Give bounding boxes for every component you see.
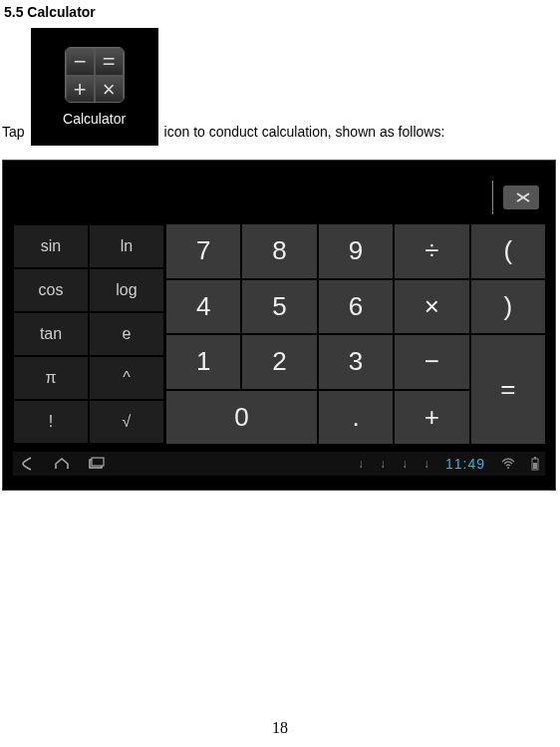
key-4[interactable]: 4 bbox=[166, 280, 240, 334]
key-cos[interactable]: cos bbox=[13, 268, 89, 312]
key-factorial[interactable]: ! bbox=[13, 400, 89, 444]
key-power[interactable]: ^ bbox=[89, 356, 164, 400]
key-sqrt[interactable]: √ bbox=[89, 400, 164, 444]
svg-rect-5 bbox=[533, 463, 537, 469]
key-left-paren[interactable]: ( bbox=[471, 224, 545, 278]
system-bar-left bbox=[19, 456, 105, 472]
key-log[interactable]: log bbox=[89, 268, 164, 312]
download-icon: ↓ bbox=[358, 457, 364, 471]
intro-text-before: Tap bbox=[2, 124, 25, 140]
key-0[interactable]: 0 bbox=[166, 391, 317, 445]
battery-icon bbox=[531, 457, 539, 471]
calculator-icon-grid: − = + × bbox=[65, 47, 125, 103]
key-8[interactable]: 8 bbox=[242, 224, 316, 278]
svg-point-2 bbox=[507, 467, 509, 469]
keypad: sin ln cos log tan e π ^ ! √ 7 8 9 ÷ ( 4… bbox=[13, 224, 545, 444]
key-5[interactable]: 5 bbox=[242, 280, 316, 334]
page-number: 18 bbox=[0, 719, 560, 737]
key-add[interactable]: + bbox=[395, 391, 468, 445]
back-icon[interactable] bbox=[19, 456, 37, 472]
key-1[interactable]: 1 bbox=[166, 335, 240, 389]
backspace-button[interactable] bbox=[503, 186, 539, 209]
key-right-paren[interactable]: ) bbox=[471, 280, 545, 334]
calc-icon-times: × bbox=[95, 76, 124, 103]
key-equals[interactable]: = bbox=[471, 335, 545, 444]
calc-icon-equals: = bbox=[95, 48, 124, 76]
key-tan[interactable]: tan bbox=[13, 312, 89, 356]
scientific-panel: sin ln cos log tan e π ^ ! √ bbox=[13, 224, 164, 444]
download-icon: ↓ bbox=[423, 457, 429, 471]
key-3[interactable]: 3 bbox=[319, 335, 393, 389]
key-2[interactable]: 2 bbox=[242, 335, 316, 389]
svg-rect-1 bbox=[92, 458, 104, 466]
key-e[interactable]: e bbox=[89, 312, 164, 356]
calc-icon-plus: + bbox=[66, 76, 95, 103]
svg-rect-4 bbox=[534, 457, 536, 459]
calc-icon-minus: − bbox=[66, 48, 95, 76]
calculator-icon-label: Calculator bbox=[63, 111, 126, 127]
numeric-panel: 7 8 9 ÷ ( 4 5 6 × ) 1 2 3 − = 0 . + bbox=[166, 224, 545, 444]
key-multiply[interactable]: × bbox=[395, 280, 468, 334]
key-subtract[interactable]: − bbox=[395, 335, 468, 389]
key-ln[interactable]: ln bbox=[89, 224, 164, 268]
download-icon: ↓ bbox=[380, 457, 386, 471]
key-7[interactable]: 7 bbox=[166, 224, 240, 278]
key-sin[interactable]: sin bbox=[13, 224, 89, 268]
key-6[interactable]: 6 bbox=[319, 280, 393, 334]
intro-row: Tap − = + × Calculator icon to conduct c… bbox=[2, 28, 556, 146]
recent-apps-icon[interactable] bbox=[87, 456, 105, 472]
calculator-app-icon[interactable]: − = + × Calculator bbox=[31, 28, 158, 146]
key-pi[interactable]: π bbox=[13, 356, 89, 400]
intro-text-after: icon to conduct calculation, shown as fo… bbox=[164, 124, 445, 140]
display-separator bbox=[492, 181, 493, 214]
key-dot[interactable]: . bbox=[319, 391, 393, 445]
system-bar: ↓ ↓ ↓ ↓ 11:49 bbox=[13, 452, 545, 476]
wifi-icon bbox=[501, 458, 515, 470]
calculator-screenshot: sin ln cos log tan e π ^ ! √ 7 8 9 ÷ ( 4… bbox=[2, 160, 556, 491]
download-icon: ↓ bbox=[402, 457, 408, 471]
status-clock: 11:49 bbox=[445, 456, 485, 472]
section-title: 5.5 Calculator bbox=[4, 4, 556, 20]
system-bar-right: ↓ ↓ ↓ ↓ 11:49 bbox=[358, 456, 539, 472]
key-divide[interactable]: ÷ bbox=[395, 224, 468, 278]
key-9[interactable]: 9 bbox=[319, 224, 393, 278]
home-icon[interactable] bbox=[53, 456, 71, 472]
calculator-display bbox=[13, 171, 545, 224]
